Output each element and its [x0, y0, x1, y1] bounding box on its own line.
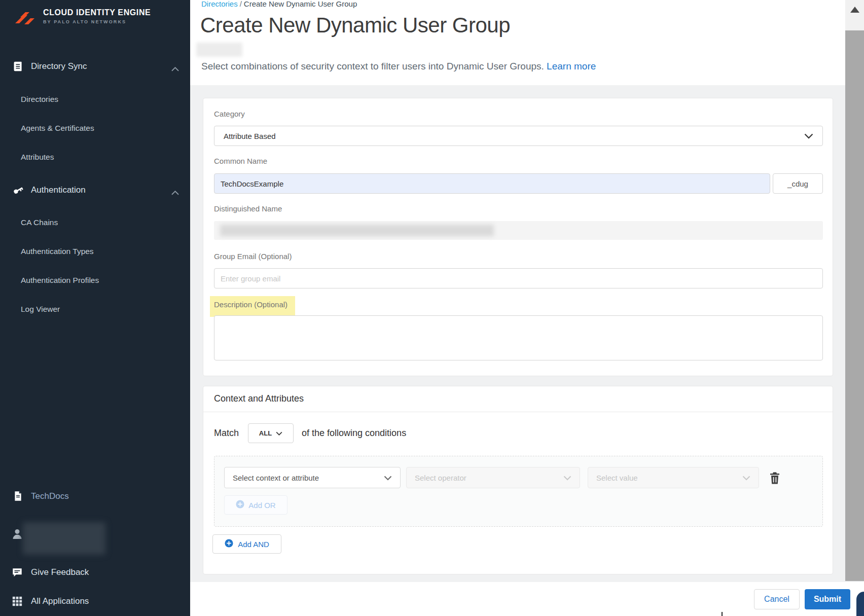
description-textarea[interactable] [214, 315, 823, 360]
sidebar-item-authentication-types[interactable]: Authentication Types [0, 241, 190, 262]
learn-more-link[interactable]: Learn more [547, 61, 596, 71]
logo-subtitle: BY PALO ALTO NETWORKS [43, 19, 151, 24]
sidebar-item-label: Directories [21, 95, 58, 104]
apps-grid-icon [12, 596, 23, 607]
context-attributes-panel: Context and Attributes Match ALL of the … [203, 386, 833, 574]
app-logo: CLOUD IDENTITY ENGINE BY PALO ALTO NETWO… [14, 8, 151, 30]
value-select: Select value [588, 467, 759, 488]
context-attribute-placeholder: Select context or attribute [233, 474, 319, 482]
sidebar-item-label: Log Viewer [21, 305, 60, 314]
footer-bar: Cancel Submit [190, 582, 864, 616]
page-title: Create New Dynamic User Group [200, 13, 510, 38]
sidebar-item-label: CA Chains [21, 218, 58, 227]
scrollbar-thumb[interactable] [845, 30, 864, 581]
match-all-select[interactable]: ALL [248, 423, 294, 443]
redacted-blur [220, 225, 494, 236]
sidebar-item-attributes[interactable]: Attributes [0, 147, 190, 167]
operator-select: Select operator [406, 467, 580, 488]
add-and-label: Add AND [238, 540, 269, 549]
sidebar-item-label: Attributes [21, 153, 54, 162]
subtitle-text: Select combinations of security context … [201, 61, 544, 71]
sidebar-group-label: Authentication [31, 185, 86, 195]
logo-title: CLOUD IDENTITY ENGINE [43, 8, 151, 17]
delete-condition-button[interactable] [769, 472, 781, 485]
sidebar-item-label: Authentication Profiles [21, 276, 99, 285]
sidebar-item-agents-certificates[interactable]: Agents & Certificates [0, 118, 190, 138]
palo-alto-logo-icon [14, 8, 38, 30]
common-name-suffix: _cdug [773, 173, 823, 194]
chevron-down-icon [804, 132, 813, 140]
common-name-label: Common Name [214, 157, 267, 165]
section-divider [203, 412, 833, 412]
description-label: Description (Optional) [214, 300, 287, 309]
scrollbar-up-arrow-icon[interactable] [850, 7, 859, 13]
group-email-input[interactable] [214, 268, 823, 288]
sidebar-group-authentication[interactable]: Authentication [0, 180, 190, 200]
operator-placeholder: Select operator [415, 474, 466, 482]
sidebar-item-label: Agents & Certificates [21, 124, 94, 133]
user-icon [11, 528, 23, 540]
breadcrumb-current: Create New Dynamic User Group [244, 0, 357, 8]
redacted-blur [196, 43, 242, 57]
match-prefix-text: Match [214, 428, 239, 439]
distinguished-name-label: Distinguished Name [214, 204, 282, 213]
sidebar-item-techdocs[interactable]: TechDocs [0, 486, 190, 506]
page-subtitle: Select combinations of security context … [201, 61, 596, 72]
match-value: ALL [259, 429, 272, 437]
main-area: Directories/Create New Dynamic User Grou… [190, 0, 864, 616]
sidebar-item-label: Give Feedback [31, 567, 89, 577]
sidebar-group-label: Directory Sync [31, 61, 87, 71]
sidebar-item-directories[interactable]: Directories [0, 89, 190, 110]
match-suffix-text: of the following conditions [302, 428, 406, 439]
group-email-label: Group Email (Optional) [214, 252, 292, 261]
sidebar-item-all-applications[interactable]: All Applications [0, 591, 190, 611]
sidebar-item-label: Authentication Types [21, 247, 94, 256]
sidebar-item-log-viewer[interactable]: Log Viewer [0, 299, 190, 319]
cursor-artifact [722, 612, 723, 616]
content-background: Category Attribute Based Common Name _cd… [190, 85, 864, 616]
chevron-down-icon [742, 474, 750, 482]
breadcrumb-separator: / [238, 0, 244, 8]
cancel-button[interactable]: Cancel [754, 589, 800, 609]
address-book-icon [13, 61, 24, 72]
context-attribute-select[interactable]: Select context or attribute [224, 467, 401, 488]
category-value: Attribute Based [224, 132, 276, 140]
sidebar: CLOUD IDENTITY ENGINE BY PALO ALTO NETWO… [0, 0, 190, 616]
sidebar-item-ca-chains[interactable]: CA Chains [0, 212, 190, 233]
chevron-up-icon [171, 188, 179, 193]
plus-circle-icon [225, 539, 233, 549]
common-name-input[interactable] [214, 173, 770, 194]
sidebar-item-give-feedback[interactable]: Give Feedback [0, 562, 190, 583]
condition-group: Select context or attribute Select opera… [214, 456, 823, 527]
key-icon [13, 185, 24, 196]
plus-circle-icon [236, 500, 244, 510]
breadcrumb-directories-link[interactable]: Directories [201, 0, 238, 8]
sidebar-group-directory-sync[interactable]: Directory Sync [0, 56, 190, 77]
category-select[interactable]: Attribute Based [214, 126, 823, 146]
add-or-label: Add OR [248, 501, 275, 510]
sidebar-item-authentication-profiles[interactable]: Authentication Profiles [0, 270, 190, 291]
distinguished-name-readonly-field [214, 221, 823, 240]
sidebar-item-label: TechDocs [31, 491, 69, 501]
sidebar-item-label: All Applications [31, 596, 89, 606]
add-and-button[interactable]: Add AND [212, 534, 281, 554]
feedback-bubble-icon [12, 567, 23, 578]
value-placeholder: Select value [596, 474, 638, 482]
breadcrumb: Directories/Create New Dynamic User Grou… [201, 0, 357, 8]
group-details-panel: Category Attribute Based Common Name _cd… [203, 98, 833, 376]
document-icon [13, 491, 24, 502]
chevron-down-icon [276, 429, 282, 437]
vertical-scrollbar[interactable] [845, 0, 864, 581]
category-label: Category [214, 110, 245, 118]
submit-button[interactable]: Submit [805, 589, 850, 609]
section-title: Context and Attributes [214, 393, 304, 404]
chevron-down-icon [563, 474, 571, 482]
corner-widget-partial [856, 592, 864, 616]
add-or-button: Add OR [224, 495, 287, 515]
chevron-up-icon [171, 64, 179, 69]
chevron-down-icon [384, 474, 392, 482]
user-name-redacted [23, 522, 105, 555]
